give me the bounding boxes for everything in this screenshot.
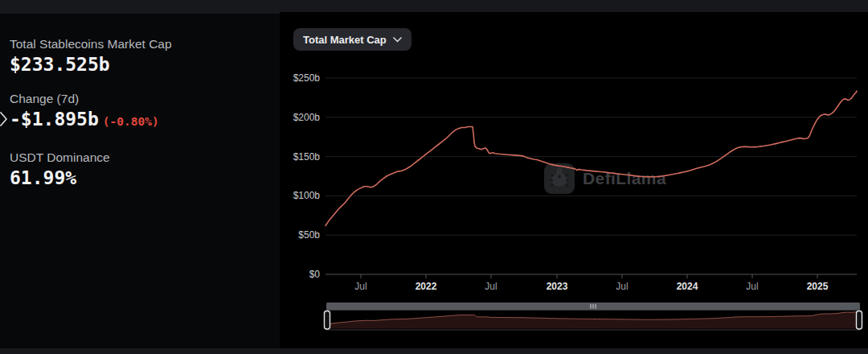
y-axis-label: $250b bbox=[293, 72, 321, 84]
dropdown-label: Total Market Cap bbox=[303, 34, 387, 46]
y-axis-label: $100b bbox=[293, 190, 321, 201]
stablecoins-line-chart[interactable]: $0$50b$100b$150b$200b$250bJul2022Jul2023… bbox=[280, 12, 868, 348]
market-cap-line bbox=[326, 91, 857, 225]
y-axis-label: $200b bbox=[293, 112, 321, 123]
stat-label: Change (7d) bbox=[10, 91, 270, 106]
total-market-cap-dropdown[interactable]: Total Market Cap bbox=[293, 28, 411, 51]
stat-change-7d: Change (7d) -$1.895b(-0.80%) bbox=[10, 91, 270, 133]
x-axis-label: Jul bbox=[354, 281, 366, 292]
stat-value: 61.99% bbox=[10, 167, 270, 189]
chart-panel: Total Market Cap DefiLlama bbox=[280, 12, 868, 348]
stats-sidebar: Total Stablecoins Market Cap $233.525b C… bbox=[0, 14, 280, 348]
stat-value: $233.525b bbox=[10, 54, 270, 76]
brush-handle-right[interactable] bbox=[857, 311, 862, 330]
minimap-area bbox=[327, 311, 859, 328]
x-axis-label: 2022 bbox=[416, 281, 437, 292]
sidebar-expand-chevron-icon[interactable] bbox=[0, 111, 9, 127]
x-axis-label: 2024 bbox=[677, 281, 698, 292]
stat-label: Total Stablecoins Market Cap bbox=[10, 36, 270, 51]
y-axis-label: $150b bbox=[293, 151, 321, 163]
change-percent: (-0.80%) bbox=[103, 115, 159, 128]
x-axis-label: Jul bbox=[485, 281, 497, 292]
x-axis-label: Jul bbox=[616, 281, 628, 292]
x-axis-label: Jul bbox=[746, 281, 758, 292]
y-axis-label: $50b bbox=[298, 229, 320, 241]
stablecoins-dashboard: Total Stablecoins Market Cap $233.525b C… bbox=[0, 0, 868, 354]
change-value: -$1.895b bbox=[10, 109, 99, 130]
stat-usdt-dominance: USDT Dominance 61.99% bbox=[10, 150, 270, 189]
stat-label: USDT Dominance bbox=[10, 150, 270, 165]
chevron-down-icon bbox=[393, 37, 402, 43]
stat-value: -$1.895b(-0.80%) bbox=[10, 109, 270, 133]
x-axis-label: 2025 bbox=[807, 281, 829, 292]
x-axis-label: 2023 bbox=[547, 281, 568, 292]
y-axis-label: $0 bbox=[309, 269, 321, 280]
stat-total-stablecoins-mcap: Total Stablecoins Market Cap $233.525b bbox=[10, 36, 270, 76]
brush-handle-left[interactable] bbox=[325, 311, 330, 330]
